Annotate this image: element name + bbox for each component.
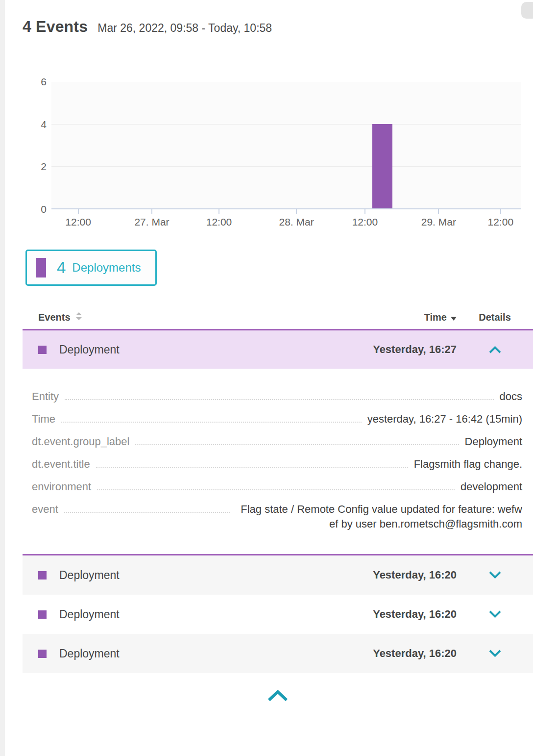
dotted-leader <box>96 457 408 468</box>
y-axis-labels: 6 4 2 0 <box>5 82 47 209</box>
event-type-label: Deployment <box>59 569 120 582</box>
detail-label: Time <box>32 412 55 427</box>
detail-value: yesterday, 16:27 - 16:42 (15min) <box>367 412 522 427</box>
collapsed-rows: Deployment Yesterday, 16:20 Deployment Y… <box>23 555 533 673</box>
detail-row: Entity docs <box>32 389 522 404</box>
sort-desc-icon <box>451 312 457 323</box>
x-tick-label: 12:00 <box>65 216 91 228</box>
collapse-list-button[interactable] <box>266 690 289 702</box>
gridline <box>51 124 521 125</box>
chevron-down-icon <box>488 650 502 657</box>
event-time: Yesterday, 16:27 <box>373 343 464 356</box>
y-tick-label: 6 <box>5 76 47 88</box>
chart-plot-area <box>51 82 521 209</box>
table-row[interactable]: Deployment Yesterday, 16:20 <box>23 595 533 634</box>
sort-icon <box>75 312 82 323</box>
page-title: 4 Events <box>23 18 88 36</box>
events-table: Events Time Details Deployment Yesterday… <box>23 305 533 702</box>
detail-row: Time yesterday, 16:27 - 16:42 (15min) <box>32 412 522 427</box>
collapse-list-control <box>23 690 533 702</box>
x-tick <box>500 209 501 214</box>
table-header-row: Events Time Details <box>23 305 533 329</box>
chevron-up-icon <box>266 690 289 702</box>
x-tick-label: 12:00 <box>488 216 514 228</box>
x-tick <box>296 209 297 214</box>
detail-value: Flag state / Remote Config value updated… <box>236 502 522 531</box>
deployment-swatch <box>38 571 47 580</box>
event-type-label: Deployment <box>59 608 120 621</box>
events-panel: 4 Events Mar 26, 2022, 09:58 - Today, 10… <box>5 0 533 702</box>
column-header-time[interactable]: Time <box>424 312 464 323</box>
table-row-expanded[interactable]: Deployment Yesterday, 16:27 <box>23 330 533 369</box>
expand-row-button[interactable] <box>464 571 533 579</box>
legend-deployments-button[interactable]: 4 Deployments <box>25 250 157 286</box>
dotted-leader <box>65 389 493 400</box>
x-tick <box>78 209 79 214</box>
detail-row: dt.event.group_label Deployment <box>32 434 522 449</box>
dotted-leader <box>97 479 455 490</box>
x-tick <box>151 209 152 214</box>
event-details-panel: Entity docs Time yesterday, 16:27 - 16:4… <box>23 369 533 554</box>
x-tick <box>438 209 439 214</box>
time-header-label: Time <box>424 312 447 323</box>
x-tick-label: 12:00 <box>352 216 378 228</box>
x-tick-label: 12:00 <box>206 216 232 228</box>
detail-value: development <box>460 479 522 494</box>
details-header-label: Details <box>479 312 511 323</box>
y-tick-label: 2 <box>5 161 47 173</box>
events-header-label: Events <box>38 312 71 323</box>
column-header-details: Details <box>464 312 533 323</box>
detail-row: environment development <box>32 479 522 494</box>
chevron-up-icon <box>488 346 502 353</box>
y-tick-label: 0 <box>5 203 47 215</box>
dotted-leader <box>135 434 459 445</box>
expand-row-button[interactable] <box>464 610 533 618</box>
detail-label: dt.event.title <box>32 457 90 472</box>
detail-value: Deployment <box>465 434 522 449</box>
detail-row: dt.event.title Flagsmith flag change. <box>32 457 522 472</box>
event-time: Yesterday, 16:20 <box>373 647 464 660</box>
gridline <box>51 166 521 167</box>
deployments-swatch <box>36 258 46 277</box>
expanded-event-group: Deployment Yesterday, 16:27 Entity docs … <box>23 329 533 555</box>
dotted-leader <box>61 412 362 423</box>
event-type-label: Deployment <box>59 343 120 356</box>
detail-value: Flagsmith flag change. <box>414 457 522 472</box>
legend-label: Deployments <box>72 261 141 275</box>
collapse-row-button[interactable] <box>464 346 533 353</box>
x-tick-label: 28. Mar <box>279 216 314 228</box>
deployment-swatch <box>38 610 47 619</box>
y-tick-label: 4 <box>5 119 47 130</box>
x-axis-labels: 12:00 27. Mar 12:00 28. Mar 12:00 29. Ma… <box>51 216 521 229</box>
deployment-swatch <box>38 346 47 354</box>
table-row[interactable]: Deployment Yesterday, 16:20 <box>23 634 533 673</box>
event-type-label: Deployment <box>59 647 120 660</box>
detail-label: Entity <box>32 389 59 404</box>
events-chart: 6 4 2 0 12:00 27. Mar 12:00 28. Mar 12:0… <box>5 63 533 230</box>
timeframe-label: Mar 26, 2022, 09:58 - Today, 10:58 <box>97 22 272 35</box>
detail-label: dt.event.group_label <box>32 434 129 449</box>
detail-label: event <box>32 502 58 517</box>
panel-edge <box>0 0 5 756</box>
legend-count: 4 <box>57 258 66 277</box>
detail-row: event Flag state / Remote Config value u… <box>32 502 522 531</box>
expand-row-button[interactable] <box>464 650 533 657</box>
table-row[interactable]: Deployment Yesterday, 16:20 <box>23 555 533 595</box>
detail-label: environment <box>32 479 91 494</box>
deployment-bar[interactable] <box>372 124 392 208</box>
dotted-leader <box>64 502 230 513</box>
page-header: 4 Events Mar 26, 2022, 09:58 - Today, 10… <box>23 18 533 36</box>
x-tick-label: 29. Mar <box>421 216 456 228</box>
x-tick <box>218 209 219 214</box>
column-header-events[interactable]: Events <box>38 312 82 323</box>
event-time: Yesterday, 16:20 <box>373 569 464 581</box>
chevron-down-icon <box>488 610 502 618</box>
chevron-down-icon <box>488 571 502 579</box>
x-tick <box>364 209 365 214</box>
x-tick-label: 27. Mar <box>134 216 169 228</box>
deployment-swatch <box>38 650 47 658</box>
event-time: Yesterday, 16:20 <box>373 608 464 621</box>
detail-value: docs <box>500 389 522 404</box>
